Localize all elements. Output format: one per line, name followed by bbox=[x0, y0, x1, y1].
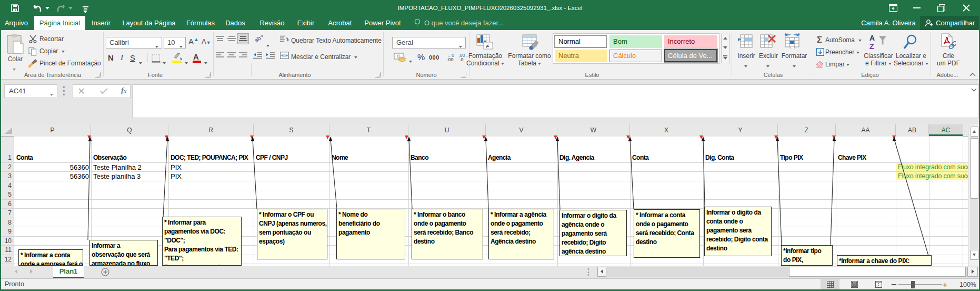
svg-text:ab: ab bbox=[254, 35, 262, 43]
svg-text:A: A bbox=[869, 34, 875, 42]
svg-text:≠: ≠ bbox=[486, 42, 489, 50]
svg-text:,00: ,00 bbox=[447, 57, 454, 61]
svg-text:Z: Z bbox=[869, 42, 874, 51]
